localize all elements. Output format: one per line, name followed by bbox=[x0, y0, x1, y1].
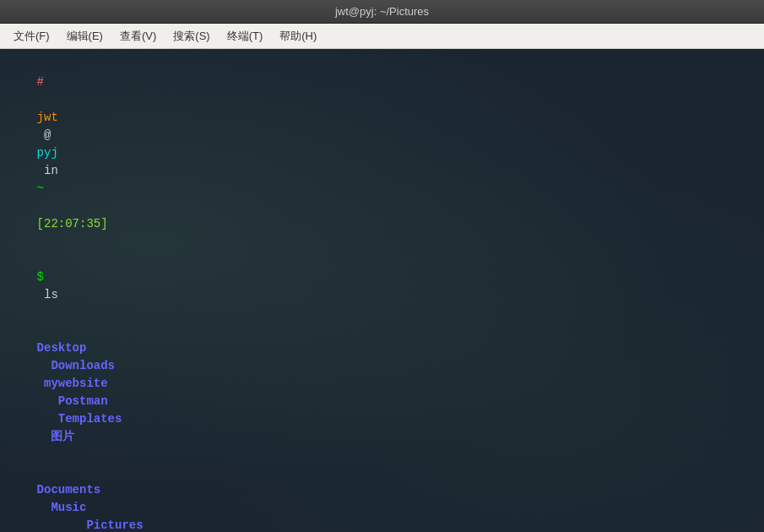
ls-output-2: Documents Music Pictures Public Videos bbox=[8, 464, 756, 532]
menu-help[interactable]: 帮助(H) bbox=[273, 27, 323, 46]
prompt-path-1: ~ bbox=[37, 182, 44, 195]
menu-file[interactable]: 文件(F) bbox=[7, 27, 57, 46]
menu-terminal[interactable]: 终端(T) bbox=[220, 27, 270, 46]
ls-output-1: Desktop Downloads mywebsite Postman Temp… bbox=[8, 322, 756, 464]
menu-search[interactable]: 搜索(S) bbox=[166, 27, 216, 46]
menu-edit[interactable]: 编辑(E) bbox=[60, 27, 110, 46]
menu-bar: 文件(F) 编辑(E) 查看(V) 搜索(S) 终端(T) 帮助(H) bbox=[0, 24, 764, 49]
prompt-user-1: jwt bbox=[37, 111, 58, 124]
prompt-hash-1: # bbox=[37, 75, 44, 89]
prompt-time-1: [22:07:35] bbox=[37, 217, 108, 231]
menu-view[interactable]: 查看(V) bbox=[113, 27, 163, 46]
terminal[interactable]: # jwt @ pyj in ~ [22:07:35] $ ls Desktop… bbox=[0, 49, 764, 532]
window-title: jwt@pyj: ~/Pictures bbox=[335, 5, 429, 18]
prompt-host-1: pyj bbox=[37, 146, 58, 160]
title-bar: jwt@pyj: ~/Pictures bbox=[0, 0, 764, 24]
prompt-line-1: # jwt @ pyj in ~ [22:07:35] bbox=[8, 56, 756, 251]
cmd-line-1: $ ls bbox=[8, 251, 756, 322]
